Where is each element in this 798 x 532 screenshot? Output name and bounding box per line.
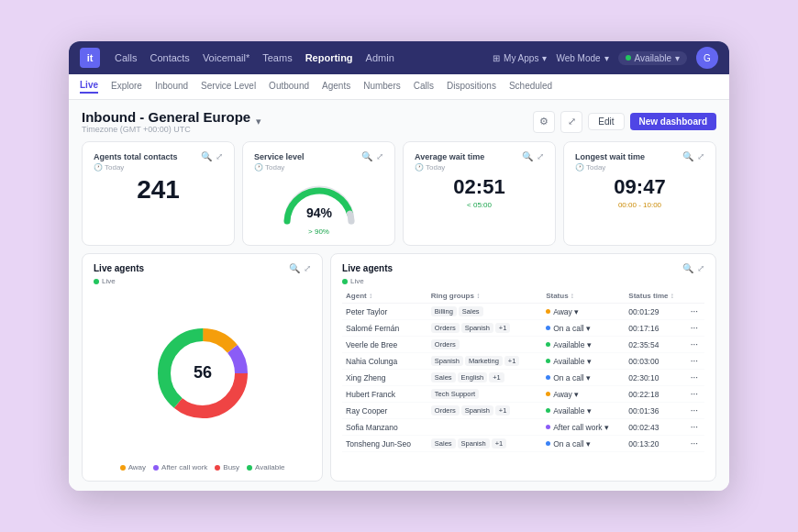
nav-links: Calls Contacts Voicemail* Teams Reportin…: [115, 52, 394, 63]
agent-more-btn[interactable]: ···: [687, 436, 704, 452]
settings-icon[interactable]: ⚙: [533, 111, 555, 133]
agent-more-btn[interactable]: ···: [687, 353, 704, 370]
agent-status: Available ▾: [542, 353, 625, 370]
legend-away: Away: [120, 463, 146, 471]
agent-status-time: 02:35:54: [625, 337, 686, 353]
table-row: Nahia ColungaSpanishMarketing+1Available…: [342, 353, 704, 370]
nav-reporting[interactable]: Reporting: [305, 52, 353, 63]
table-more-icon[interactable]: ⤢: [697, 263, 704, 273]
kpi-label-3: Longest wait time: [575, 152, 645, 161]
kpi-search-icon-2[interactable]: 🔍: [522, 151, 533, 161]
donut-more-icon[interactable]: ⤢: [304, 263, 311, 273]
agent-name: Sofia Manzano: [342, 419, 427, 436]
dashboard-timezone: Timezone (GMT +00:00) UTC: [82, 125, 250, 134]
legend-aftercall: After call work: [153, 463, 207, 471]
available-status[interactable]: Available ▾: [618, 51, 687, 65]
agent-tags: Orders: [427, 337, 542, 353]
col-status[interactable]: Status ↕: [542, 289, 625, 304]
agent-more-btn[interactable]: ···: [687, 337, 704, 353]
kpi-sub-2: 🕐 Today: [415, 163, 544, 172]
kpi-more-icon-2[interactable]: ⤢: [537, 151, 544, 161]
avatar[interactable]: G: [696, 47, 718, 69]
legend-busy: Busy: [215, 463, 239, 471]
col-agent[interactable]: Agent ↕: [342, 289, 427, 304]
agent-more-btn[interactable]: ···: [687, 386, 704, 403]
agent-status: On a call ▾: [542, 320, 625, 337]
subnav-scheduled[interactable]: Scheduled: [509, 81, 552, 93]
agent-tags: OrdersSpanish+1: [427, 403, 542, 419]
logo: it: [80, 48, 100, 68]
agent-more-btn[interactable]: ···: [687, 419, 704, 436]
subnav-explore[interactable]: Explore: [111, 81, 142, 93]
kpi-service-level: Service level 🔍 ⤢ 🕐 Today: [242, 141, 395, 246]
bottom-row: Live agents 🔍 ⤢ Live: [82, 253, 716, 482]
kpi-search-icon-1[interactable]: 🔍: [361, 151, 372, 161]
table-legend: Live: [342, 277, 704, 285]
subnav-calls[interactable]: Calls: [414, 81, 434, 93]
col-ring-groups[interactable]: Ring groups ↕: [427, 289, 542, 304]
kpi-more-icon-3[interactable]: ⤢: [697, 151, 704, 161]
subnav-service-level[interactable]: Service Level: [201, 81, 256, 93]
agent-name: Tonsheng Jun-Seo: [342, 436, 427, 452]
subnav-outbound[interactable]: Outbound: [269, 81, 309, 93]
agent-more-btn[interactable]: ···: [687, 403, 704, 419]
nav-voicemail[interactable]: Voicemail*: [203, 52, 249, 63]
sub-nav: Live Explore Inbound Service Level Outbo…: [69, 74, 729, 100]
kpi-search-icon-0[interactable]: 🔍: [201, 151, 212, 161]
status-dot: [546, 425, 550, 429]
agent-tags: [427, 419, 542, 436]
kpi-label-0: Agents total contacts: [94, 152, 178, 161]
nav-contacts[interactable]: Contacts: [150, 52, 189, 63]
status-dot: [546, 326, 550, 330]
kpi-sub-3: 🕐 Today: [575, 163, 704, 172]
agent-name: Veerle de Bree: [342, 337, 427, 353]
agent-more-btn[interactable]: ···: [687, 370, 704, 386]
table-row: Tonsheng Jun-SeoSalesSpanish+1On a call …: [342, 436, 704, 452]
donut-area: 56: [94, 289, 311, 458]
kpi-more-icon-1[interactable]: ⤢: [376, 151, 383, 161]
expand-icon[interactable]: ⤢: [560, 111, 582, 133]
agent-tags: SpanishMarketing+1: [427, 353, 542, 370]
edit-button[interactable]: Edit: [588, 113, 624, 130]
nav-calls[interactable]: Calls: [115, 52, 137, 63]
nav-admin[interactable]: Admin: [366, 52, 394, 63]
table-row: Xing ZhengSalesEnglish+1On a call ▾02:30…: [342, 370, 704, 386]
agent-tags: SalesSpanish+1: [427, 436, 542, 452]
subnav-live[interactable]: Live: [80, 80, 98, 94]
table-row: Hubert FranckTech SupportAway ▾00:22:18·…: [342, 386, 704, 403]
subnav-agents[interactable]: Agents: [322, 81, 350, 93]
title-chevron-icon[interactable]: ▾: [256, 116, 261, 127]
agent-more-btn[interactable]: ···: [687, 304, 704, 320]
live-agents-table-panel: Live agents 🔍 ⤢ Live: [330, 253, 716, 482]
new-dashboard-button[interactable]: New dashboard: [630, 113, 716, 130]
agent-name: Ray Cooper: [342, 403, 427, 419]
kpi-value-0: 241: [94, 175, 223, 205]
kpi-label-1: Service level: [254, 152, 305, 161]
subnav-numbers[interactable]: Numbers: [363, 81, 401, 93]
status-dot: [546, 342, 550, 347]
donut-title: Live agents: [94, 263, 144, 273]
col-status-time[interactable]: Status time ↕: [625, 289, 686, 304]
table-live-dot: [342, 279, 348, 284]
kpi-more-icon-0[interactable]: ⤢: [216, 151, 223, 161]
nav-teams[interactable]: Teams: [262, 52, 292, 63]
table-live-legend: Live: [342, 277, 364, 285]
web-mode[interactable]: Web Mode ▾: [556, 53, 608, 63]
donut-search-icon[interactable]: 🔍: [289, 263, 300, 273]
status-dot: [546, 441, 550, 446]
agent-more-btn[interactable]: ···: [687, 320, 704, 337]
status-dot: [546, 375, 550, 380]
agent-status-time: 00:02:43: [625, 419, 686, 436]
busy-dot: [215, 465, 220, 471]
subnav-inbound[interactable]: Inbound: [155, 81, 188, 93]
kpi-value-3: 09:47: [575, 175, 704, 199]
my-apps[interactable]: ⊞ My Apps ▾: [493, 53, 547, 63]
live-agents-donut-panel: Live agents 🔍 ⤢ Live: [82, 253, 323, 482]
kpi-search-icon-3[interactable]: 🔍: [682, 151, 693, 161]
agent-name: Peter Taylor: [342, 304, 427, 320]
table-panel-header: Live agents 🔍 ⤢: [342, 263, 704, 273]
agent-tags: SalesEnglish+1: [427, 370, 542, 386]
status-dot: [546, 408, 550, 413]
subnav-dispositions[interactable]: Dispositions: [447, 81, 496, 93]
table-search-icon[interactable]: 🔍: [682, 263, 693, 273]
